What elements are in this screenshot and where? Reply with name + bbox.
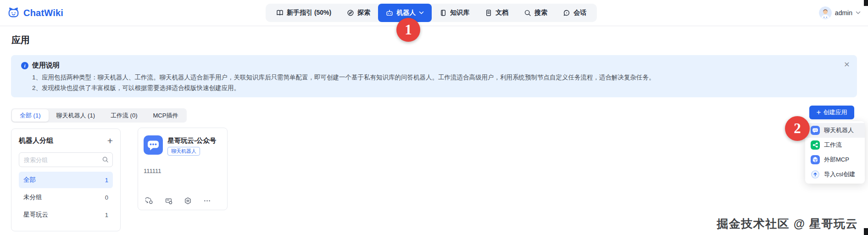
- group-item-ungrouped[interactable]: 未分组 0: [19, 189, 113, 206]
- nav-item-explore[interactable]: 探索: [339, 4, 378, 22]
- group-name: 全部: [23, 176, 36, 184]
- group-name: 未分组: [23, 193, 42, 201]
- menu-item-label: 导入csl创建: [824, 170, 855, 179]
- search-icon: [524, 9, 531, 17]
- menu-item-workflow[interactable]: 工作流: [805, 138, 865, 152]
- menu-item-import-create[interactable]: 导入csl创建: [805, 167, 865, 182]
- nav-item-label: 探索: [357, 9, 370, 17]
- create-app-button[interactable]: + 创建应用: [809, 106, 854, 119]
- plus-icon: +: [817, 108, 821, 116]
- create-app-label: 创建应用: [823, 108, 847, 117]
- app-card-titles: 星哥玩云-公众号 聊天机器人: [167, 135, 216, 156]
- chatwiki-logo-text: ChatWiki: [23, 8, 63, 18]
- app-card-header: 星哥玩云-公众号 聊天机器人: [144, 135, 222, 156]
- app-type-tabs: 全部 (1) 聊天机器人 (1) 工作流 (0) MCP插件: [11, 108, 187, 123]
- watermark: 掘金技术社区 @ 星哥玩云: [717, 216, 858, 231]
- group-count: 0: [105, 194, 108, 201]
- group-name: 星哥玩云: [23, 211, 48, 219]
- groups-header: 机器人分组 +: [19, 136, 113, 145]
- nav-item-knowledge[interactable]: 知识库: [432, 4, 477, 22]
- groups-title: 机器人分组: [19, 136, 53, 145]
- usage-notice-banner: i 使用说明 1、应用包括两种类型：聊天机器人、工作流。聊天机器人适合新手用户，…: [11, 55, 857, 97]
- knowledge-book-icon: [440, 9, 447, 17]
- group-item-all[interactable]: 全部 1: [19, 172, 113, 188]
- chatwiki-cat-icon: [7, 7, 20, 19]
- document-icon: [485, 9, 492, 17]
- nav-item-sessions[interactable]: 会话: [555, 4, 594, 22]
- group-list: 全部 1 未分组 0 星哥玩云 1: [19, 172, 113, 223]
- primary-nav: 新手指引 (50%) 探索 机器人: [266, 4, 597, 22]
- bot-chat-icon[interactable]: [145, 197, 153, 205]
- embed-card-icon[interactable]: [165, 197, 172, 205]
- group-search-input[interactable]: [19, 152, 113, 167]
- tab-mcp-plugin[interactable]: MCP插件: [145, 109, 186, 122]
- mcp-cube-icon: [811, 155, 820, 164]
- more-icon[interactable]: [203, 197, 211, 205]
- chatwiki-logo[interactable]: ChatWiki: [7, 7, 63, 19]
- avatar: [819, 6, 832, 19]
- tab-all[interactable]: 全部 (1): [12, 109, 49, 122]
- app-chatbot-icon: [144, 135, 163, 155]
- import-upload-icon: [811, 170, 820, 179]
- user-menu[interactable]: admin: [819, 6, 861, 19]
- group-search: [19, 152, 113, 167]
- tab-chatbot[interactable]: 聊天机器人 (1): [49, 109, 103, 122]
- chevron-down-icon: [419, 11, 424, 15]
- nav-item-guide[interactable]: 新手指引 (50%): [268, 4, 339, 22]
- scrollbar-bottom-corner: [864, 228, 868, 235]
- page-title: 应用: [11, 34, 30, 46]
- nav-item-label: 文档: [495, 9, 508, 17]
- annotation-step-1: 1: [396, 18, 420, 42]
- create-app-dropdown: 聊天机器人 工作流 外部MCP 导: [805, 121, 865, 184]
- nav-item-label: 知识库: [450, 9, 469, 17]
- api-hexagon-icon[interactable]: [184, 197, 192, 205]
- app-type-badge: 聊天机器人: [167, 147, 200, 156]
- app-card[interactable]: 星哥玩云-公众号 聊天机器人 111111: [138, 128, 228, 210]
- compass-icon: [347, 9, 354, 17]
- nav-item-label: 机器人: [396, 9, 416, 17]
- notice-header: i 使用说明: [21, 61, 847, 70]
- app-card-actions: [145, 197, 211, 205]
- menu-item-chatbot[interactable]: 聊天机器人: [805, 123, 865, 138]
- nav-item-label: 搜索: [534, 9, 547, 17]
- notice-line-1: 1、应用包括两种类型：聊天机器人、工作流。聊天机器人适合新手用户，关联知识库后只…: [32, 73, 847, 82]
- workflow-icon: [811, 140, 820, 150]
- app-title: 星哥玩云-公众号: [167, 136, 216, 145]
- close-icon[interactable]: ×: [844, 59, 850, 69]
- group-count: 1: [105, 177, 108, 184]
- username: admin: [835, 9, 852, 17]
- chatbot-icon: [811, 126, 820, 135]
- info-icon: i: [21, 62, 28, 69]
- notice-line-2: 2、发现模块也提供了丰富模版，可以根据需要选择适合模版快速创建应用。: [32, 84, 847, 92]
- robot-icon: [386, 9, 393, 17]
- tab-workflow[interactable]: 工作流 (0): [103, 109, 145, 122]
- group-count: 1: [105, 212, 108, 218]
- add-group-button[interactable]: +: [107, 136, 113, 145]
- search-icon: [102, 156, 109, 163]
- menu-item-label: 聊天机器人: [824, 126, 854, 134]
- nav-item-label: 会话: [573, 9, 586, 17]
- menu-item-external-mcp[interactable]: 外部MCP: [805, 152, 865, 167]
- menu-item-label: 工作流: [824, 141, 842, 149]
- bot-groups-panel: 机器人分组 + 全部 1 未分组 0 星哥玩云 1: [11, 129, 121, 231]
- nav-item-docs[interactable]: 文档: [477, 4, 516, 22]
- nav-item-search[interactable]: 搜索: [516, 4, 555, 22]
- menu-item-label: 外部MCP: [824, 156, 849, 164]
- chat-bubble-icon: [563, 9, 570, 17]
- scrollbar-top-corner: [864, 0, 868, 6]
- group-item-xingge[interactable]: 星哥玩云 1: [19, 207, 113, 223]
- notice-title: 使用说明: [32, 61, 60, 70]
- annotation-step-2: 2: [785, 116, 810, 141]
- app-description: 111111: [144, 168, 222, 174]
- nav-item-label: 新手指引 (50%): [287, 9, 331, 17]
- top-navbar: ChatWiki 新手指引 (50%) 探索: [0, 0, 868, 26]
- chevron-down-icon: [856, 11, 861, 15]
- guide-book-icon: [276, 9, 284, 17]
